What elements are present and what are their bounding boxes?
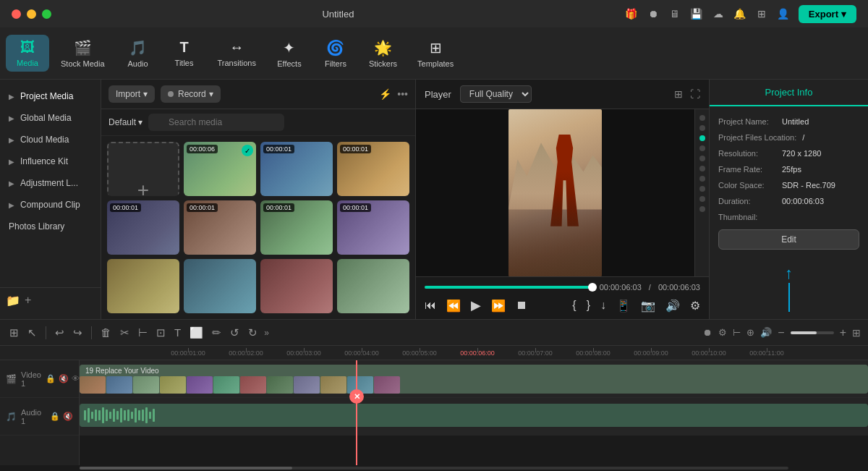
list-item[interactable]: 00:00:01 🖼 16 Replace Yo...	[260, 200, 333, 255]
sidebar-item-global-media[interactable]: ▶ Global Media	[0, 107, 101, 129]
settings-icon[interactable]: ⚙	[718, 327, 727, 338]
text-icon[interactable]: T	[172, 324, 183, 341]
save-icon[interactable]: 💾	[690, 7, 703, 20]
visibility-icon[interactable]: 👁	[72, 374, 80, 383]
audio-button[interactable]: 🔊	[665, 299, 680, 313]
grid-view-icon[interactable]: ⊞	[674, 88, 683, 100]
video-clip[interactable]: 19 Replace Your Video	[80, 365, 868, 394]
scrollbar-thumb[interactable]	[80, 467, 292, 470]
mask-icon[interactable]: ⬜	[187, 324, 205, 341]
cut-icon[interactable]: ✂	[118, 324, 132, 341]
select-icon[interactable]: ↖	[25, 324, 39, 341]
zoom-plus-icon[interactable]: +	[840, 326, 846, 339]
import-button[interactable]: Import ▾	[109, 85, 155, 103]
toolbar-item-stickers[interactable]: 🌟 Stickers	[360, 35, 406, 72]
list-item[interactable]: 🖼 18 Replace Yo...	[337, 259, 409, 313]
redo-icon[interactable]: ↪	[71, 324, 85, 341]
export-button[interactable]: Export ▾	[799, 5, 856, 23]
list-item[interactable]: 00:00:06 ✓ 🖼 19 Replace Yo...	[184, 142, 256, 196]
record-circle-icon[interactable]: ⏺	[647, 7, 660, 20]
lock-icon[interactable]: 🔒	[50, 412, 60, 421]
toolbar-item-filters[interactable]: 🌀 Filters	[314, 35, 357, 72]
delete-icon[interactable]: 🗑	[98, 324, 114, 341]
toolbar-item-transitions[interactable]: ↔ Transitions	[209, 35, 265, 72]
import-media-item[interactable]: + Import Media	[107, 142, 179, 196]
list-item[interactable]: 00:00:01 🖼 17 Replace Yo...	[260, 142, 333, 196]
play-button[interactable]: ▶	[471, 297, 481, 313]
default-filter-button[interactable]: Default ▾	[109, 117, 142, 127]
sidebar-item-influence-kit[interactable]: ▶ Influence Kit	[0, 150, 101, 172]
list-item[interactable]: 🖼 22 Replace Yo...	[184, 259, 256, 313]
skip-back-button[interactable]: ⏮	[425, 299, 436, 312]
toolbar-item-stock[interactable]: 🎬 Stock Media	[52, 35, 114, 72]
minimize-button[interactable]	[27, 9, 36, 19]
mark-in-button[interactable]: {	[572, 299, 576, 312]
grid-icon[interactable]: ⊞	[755, 7, 768, 20]
edit-button[interactable]: Edit	[718, 229, 859, 250]
audio-clip[interactable]	[80, 404, 868, 427]
more-options-icon[interactable]: •••	[397, 88, 408, 100]
toolbar-item-audio[interactable]: 🎵 Audio	[116, 35, 160, 72]
step-back-button[interactable]: ⏪	[446, 299, 461, 313]
step-forward-button[interactable]: ⏩	[491, 299, 506, 313]
list-item[interactable]: 00:00:01 🖼 14 Replace Yo...	[184, 200, 256, 255]
mute-icon[interactable]: 🔇	[63, 412, 73, 421]
project-info-tab[interactable]: Project Info	[710, 80, 868, 106]
split-clip-icon[interactable]: ⊢	[733, 327, 741, 338]
add-to-timeline-button[interactable]: ↓	[600, 299, 606, 312]
toolbar-item-media[interactable]: 🖼 Media	[6, 35, 49, 72]
add-track-icon[interactable]: ⊕	[746, 327, 754, 338]
record-button[interactable]: Record ▾	[161, 85, 221, 103]
sidebar-item-cloud-media[interactable]: ▶ Cloud Media	[0, 129, 101, 150]
crop-icon[interactable]: ⊡	[154, 324, 168, 341]
stop-button[interactable]: ⏹	[516, 299, 527, 312]
mute-icon[interactable]: 🔇	[59, 374, 69, 383]
audio-track[interactable]	[80, 398, 868, 436]
list-item[interactable]: 00:00:01 🖼 18 Replace Yo...	[107, 200, 179, 255]
list-item[interactable]: 00:00:01 🖼 15 Replace Yo...	[337, 142, 409, 196]
lock-icon[interactable]: 🔒	[46, 374, 56, 383]
more-button[interactable]: ⚙	[690, 299, 700, 313]
grid-view-icon[interactable]: ⊞	[852, 327, 861, 339]
undo-icon[interactable]: ↩	[53, 324, 67, 341]
search-input[interactable]	[148, 114, 284, 131]
add-icon[interactable]: +	[25, 294, 31, 307]
video-track[interactable]: 19 Replace Your Video	[80, 360, 868, 398]
close-button[interactable]	[12, 9, 21, 19]
rotate-right-icon[interactable]: ↻	[246, 324, 260, 341]
split-icon[interactable]: ⊢	[136, 324, 150, 341]
zoom-minus-icon[interactable]: −	[778, 326, 784, 339]
sidebar-item-photos-library[interactable]: Photos Library	[0, 216, 101, 237]
sidebar-item-compound-clip[interactable]: ▶ Compound Clip	[0, 194, 101, 216]
sidebar-item-project-media[interactable]: ▶ Project Media	[0, 85, 101, 107]
volume-icon[interactable]: 🔊	[760, 327, 772, 338]
playhead-line[interactable]: ✕	[356, 360, 357, 465]
toolbar-item-effects[interactable]: ✦ Effects	[268, 35, 311, 72]
fullscreen-icon[interactable]: ⛶	[690, 88, 700, 100]
device-button[interactable]: 📱	[616, 299, 631, 313]
timeline-scrollbar[interactable]	[0, 465, 868, 471]
cloud-icon[interactable]: ☁	[712, 7, 725, 20]
add-folder-icon[interactable]: 📁	[6, 294, 20, 307]
snap-icon[interactable]: ⊞	[7, 324, 21, 341]
zoom-slider[interactable]	[791, 331, 834, 334]
screen-icon[interactable]: 🖥	[668, 7, 681, 20]
record-icon[interactable]: ⏺	[703, 327, 712, 338]
list-item[interactable]: 00:00:01 🖼 19 Replace Yo...	[337, 200, 409, 255]
gift-icon[interactable]: 🎁	[625, 7, 638, 20]
more-tools-button[interactable]: »	[264, 328, 269, 338]
progress-bar[interactable]	[425, 286, 592, 289]
sidebar-item-adjustment[interactable]: ▶ Adjustment L...	[0, 172, 101, 194]
screenshot-button[interactable]: 📷	[641, 299, 655, 313]
list-item[interactable]: 🖼 20 Replace Yo...	[260, 259, 333, 313]
quality-select[interactable]: Full Quality	[460, 85, 532, 103]
pen-icon[interactable]: ✏	[210, 324, 224, 341]
maximize-button[interactable]	[42, 9, 51, 19]
toolbar-item-templates[interactable]: ⊞ Templates	[409, 35, 462, 72]
toolbar-item-titles[interactable]: T Titles	[163, 35, 206, 72]
mark-out-button[interactable]: }	[587, 299, 590, 312]
filter-icon[interactable]: ⚡	[379, 88, 391, 100]
list-item[interactable]: 🖼 27 Replace Yo...	[107, 259, 179, 313]
progress-handle[interactable]	[588, 283, 597, 292]
rotate-left-icon[interactable]: ↺	[228, 324, 242, 341]
